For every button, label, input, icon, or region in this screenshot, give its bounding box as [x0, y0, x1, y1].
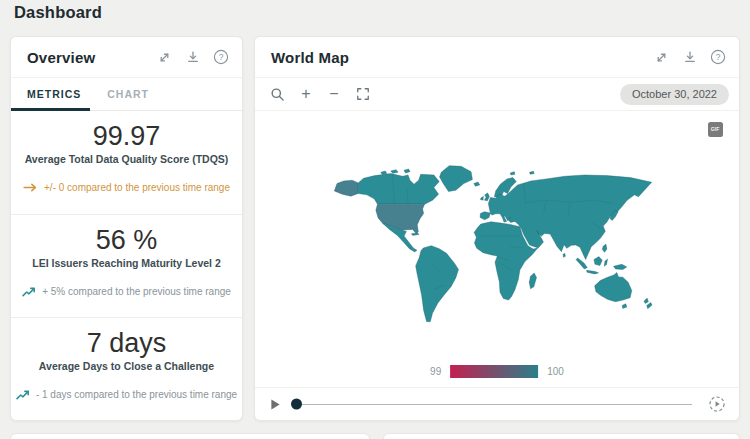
page-title: Dashboard [14, 3, 102, 22]
metric-label: Average Days to Close a Challenge [19, 360, 234, 372]
metric-value: 99.97 [19, 121, 234, 152]
flat-arrow-icon [23, 183, 38, 192]
tab-metrics[interactable]: METRICS [11, 78, 94, 110]
metric-value: 56 % [19, 225, 234, 256]
zoom-out-icon[interactable]: − [326, 86, 342, 102]
metric-maturity: 56 % LEI Issuers Reaching Maturity Level… [11, 214, 242, 317]
svg-text:?: ? [715, 52, 720, 62]
legend-max-label: 100 [547, 366, 564, 377]
land-ireland[interactable] [480, 197, 483, 201]
land-uk[interactable] [484, 193, 489, 201]
dashboard-row: Overview ? METRICS CHART 99.97 Average T… [10, 36, 740, 421]
search-icon[interactable] [269, 86, 286, 103]
tab-chart[interactable]: CHART [94, 78, 162, 110]
metric-tdqs: 99.97 Average Total Data Quality Score (… [11, 111, 242, 214]
metric-trend-text: - 1 days compared to the previous time r… [36, 389, 237, 400]
play-button[interactable] [270, 398, 281, 411]
fit-screen-icon[interactable] [354, 86, 371, 103]
land-new-guinea[interactable] [614, 264, 627, 269]
land-canada[interactable] [358, 174, 439, 205]
overview-actions: ? [156, 49, 229, 66]
next-row-panels [10, 433, 740, 439]
metric-trend: + 5% compared to the previous time range [19, 286, 234, 297]
zoom-in-icon[interactable]: + [298, 86, 314, 102]
metric-trend: - 1 days compared to the previous time r… [19, 389, 234, 400]
metric-value: 7 days [19, 328, 234, 359]
map-color-legend: 99 100 [430, 365, 564, 378]
expand-icon[interactable] [653, 49, 670, 66]
partial-panel-left [10, 433, 370, 439]
world-map-graphic[interactable] [324, 163, 656, 329]
metric-label: LEI Issuers Reaching Maturity Level 2 [19, 257, 234, 269]
help-icon[interactable]: ? [212, 49, 229, 66]
slider-handle[interactable] [291, 399, 302, 410]
land-svalbard[interactable] [510, 171, 534, 175]
land-philippines[interactable] [602, 244, 607, 252]
world-map-title: World Map [271, 49, 653, 66]
overview-header: Overview ? [11, 37, 242, 78]
land-tasmania[interactable] [622, 304, 627, 309]
land-usa[interactable] [376, 204, 425, 233]
land-new-zealand[interactable] [644, 298, 652, 309]
metric-label: Average Total Data Quality Score (TDQS) [19, 153, 234, 165]
trend-up-icon [22, 287, 36, 297]
metric-trend-text: + 5% compared to the previous time range [42, 286, 231, 297]
help-icon[interactable]: ? [709, 49, 726, 66]
download-icon[interactable] [184, 49, 201, 66]
land-java[interactable] [587, 270, 599, 274]
partial-panel-right [383, 433, 740, 439]
expand-icon[interactable] [156, 49, 173, 66]
land-cuba[interactable] [411, 233, 419, 235]
land-alaska[interactable] [334, 180, 358, 196]
land-sri-lanka[interactable] [563, 253, 565, 257]
world-map-header: World Map ? [255, 37, 739, 78]
date-chip[interactable]: October 30, 2022 [620, 84, 729, 105]
metric-trend: +/- 0 compared to the previous time rang… [19, 182, 234, 193]
map-area[interactable]: GIF [255, 111, 739, 387]
world-map-panel: World Map ? + − October 3 [254, 36, 740, 421]
land-arctic-islands[interactable] [381, 169, 410, 175]
gif-badge[interactable]: GIF [708, 122, 723, 137]
land-sulawesi[interactable] [604, 259, 607, 266]
map-countries [334, 166, 652, 322]
metric-trend-text: +/- 0 compared to the previous time rang… [44, 182, 230, 193]
metric-challenge-days: 7 days Average Days to Close a Challenge… [11, 317, 242, 420]
legend-min-label: 99 [430, 366, 441, 377]
svg-text:?: ? [218, 52, 223, 62]
overview-title: Overview [27, 49, 156, 66]
land-south-america[interactable] [416, 246, 459, 322]
download-icon[interactable] [681, 49, 698, 66]
land-iceland[interactable] [474, 182, 480, 186]
overview-panel: Overview ? METRICS CHART 99.97 Average T… [10, 36, 243, 421]
loop-playback-icon[interactable] [708, 395, 726, 413]
land-madagascar[interactable] [529, 273, 536, 289]
metrics-list: 99.97 Average Total Data Quality Score (… [11, 111, 242, 420]
timeline-slider[interactable] [291, 397, 692, 411]
legend-gradient-bar [450, 365, 538, 378]
timeline-player [255, 387, 739, 420]
overview-tabs: METRICS CHART [11, 78, 242, 111]
land-greenland[interactable] [440, 166, 473, 192]
land-australia[interactable] [595, 273, 632, 302]
trend-up-icon [16, 390, 30, 400]
slider-track[interactable] [291, 404, 692, 405]
land-borneo[interactable] [594, 257, 602, 266]
world-map-actions: ? [653, 49, 726, 66]
map-toolbar: + − October 30, 2022 [255, 78, 739, 111]
